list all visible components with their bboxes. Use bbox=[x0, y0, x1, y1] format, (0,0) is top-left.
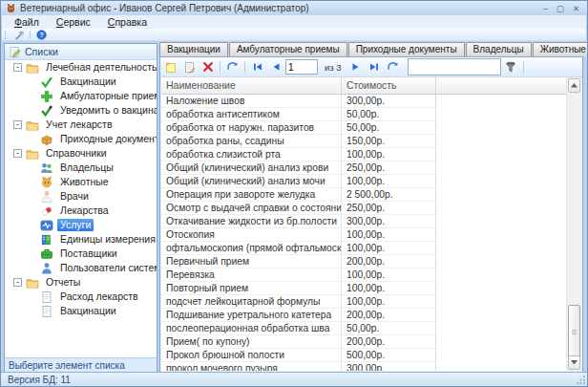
tree-item-label[interactable]: Животные bbox=[57, 176, 112, 188]
cell-name[interactable]: Наложение швов bbox=[161, 95, 342, 108]
tree-item-label[interactable]: Расход лекарств bbox=[57, 290, 141, 303]
tree-item-label[interactable]: Вакцинации bbox=[57, 75, 119, 88]
table-row[interactable]: прокол мочевого пузыря300,00р. bbox=[161, 362, 581, 371]
tree-item[interactable]: Владельцы bbox=[5, 161, 157, 175]
tree-item[interactable]: Уведомить о вакцинациях bbox=[5, 103, 157, 118]
cell-cost[interactable]: 2 500,00р. bbox=[342, 188, 436, 202]
column-header-cost[interactable]: Стоимость bbox=[342, 77, 436, 94]
cell-cost[interactable]: 500,00р. bbox=[342, 349, 436, 362]
tree-item-label[interactable]: Владельцы bbox=[57, 161, 116, 174]
cell-cost[interactable]: 300,00р. bbox=[342, 95, 436, 108]
table-row[interactable]: Откачивание жидкости из бр.полости300,00… bbox=[161, 215, 581, 228]
reload-button[interactable] bbox=[385, 59, 401, 75]
title-bar[interactable]: Ветеринарный офис - Иванов Сергей Петров… bbox=[1, 1, 587, 15]
cell-name[interactable]: обработка от наружн. паразитов bbox=[161, 121, 342, 135]
scroll-up-button[interactable] bbox=[568, 78, 580, 93]
first-record-button[interactable] bbox=[249, 59, 265, 75]
cell-name[interactable]: обработка слизистой рта bbox=[161, 148, 342, 161]
cell-cost[interactable]: 100,00р. bbox=[342, 228, 436, 242]
table-row[interactable]: подсчет лейкоцитарной формулы100,00р. bbox=[161, 295, 581, 309]
table-row[interactable]: Перевязка100,00р. bbox=[161, 269, 581, 282]
cell-name[interactable]: Операция при завороте желудка bbox=[161, 188, 342, 202]
filter-funnel-icon[interactable] bbox=[503, 59, 519, 75]
cell-name[interactable]: Перевязка bbox=[161, 269, 342, 282]
table-row[interactable]: Общий (клинический) анализ крови250,00р. bbox=[161, 161, 581, 175]
cell-cost[interactable]: 200,00р. bbox=[342, 255, 436, 269]
cell-name[interactable]: Прокол брюшной полости bbox=[161, 349, 342, 362]
cell-name[interactable]: Общий (клинический) анализ мочи bbox=[161, 175, 342, 188]
refresh-button[interactable] bbox=[224, 59, 241, 75]
search-input[interactable] bbox=[408, 58, 501, 75]
cell-cost[interactable]: 100,00р. bbox=[342, 148, 436, 161]
cell-name[interactable]: Откачивание жидкости из бр.полости bbox=[161, 215, 342, 228]
table-row[interactable]: обработка раны, ссадины150,00р. bbox=[161, 135, 581, 148]
cell-cost[interactable]: 250,00р. bbox=[342, 161, 436, 175]
cell-cost[interactable]: 50,00р. bbox=[342, 108, 436, 121]
table-row[interactable]: обработка антисептиком50,00р. bbox=[161, 108, 581, 121]
cell-cost[interactable]: 300,00р. bbox=[342, 215, 436, 228]
tree-item[interactable]: -Учет лекарств bbox=[5, 118, 157, 132]
tree-item[interactable]: -Лечебная деятельность bbox=[5, 60, 157, 75]
tree-item-label[interactable]: Поставщики bbox=[57, 247, 120, 260]
tree-item-label[interactable]: Приходные документы bbox=[57, 133, 157, 145]
cell-name[interactable]: послеоперационная обработка шва bbox=[161, 322, 342, 335]
last-record-button[interactable] bbox=[367, 59, 383, 75]
expand-toggle-icon[interactable]: - bbox=[13, 120, 22, 129]
cell-cost[interactable]: 200,00р. bbox=[342, 335, 436, 349]
expand-toggle-icon[interactable]: - bbox=[13, 278, 22, 287]
cell-cost[interactable]: 100,00р. bbox=[342, 269, 436, 282]
table-row[interactable]: Наложение швов300,00р. bbox=[161, 95, 581, 108]
table-row[interactable]: Прием( по купону)200,00р. bbox=[161, 335, 581, 349]
table-row[interactable]: послеоперационная обработка шва50,00р. bbox=[161, 322, 581, 335]
table-row[interactable]: Общий (клинический) анализ мочи100,00р. bbox=[161, 175, 581, 188]
cell-name[interactable]: Отоскопия bbox=[161, 228, 342, 242]
tree-item-label[interactable]: Врачи bbox=[57, 190, 92, 203]
tab-1[interactable]: Вакцинации bbox=[159, 42, 228, 56]
edit-record-button[interactable] bbox=[181, 59, 198, 75]
table-row[interactable]: Операция при завороте желудка2 500,00р. bbox=[161, 188, 581, 202]
cell-cost[interactable]: 250,00р. bbox=[342, 202, 436, 215]
cell-name[interactable]: Повторный прием bbox=[161, 282, 342, 295]
cell-name[interactable]: офтальмоскопия (прямой офтальмоскоп) bbox=[161, 242, 342, 255]
cell-cost[interactable]: 100,00р. bbox=[342, 242, 436, 255]
tree-item[interactable]: Услуги bbox=[5, 218, 157, 232]
table-row[interactable]: Повторный прием100,00р. bbox=[161, 282, 581, 295]
tree-item-label[interactable]: Амбулаторные приемы bbox=[57, 90, 157, 102]
column-header-name[interactable]: Наименование bbox=[161, 77, 342, 94]
tree-item[interactable]: Приходные документы bbox=[5, 132, 157, 146]
table-row[interactable]: Отоскопия100,00р. bbox=[161, 228, 581, 242]
cell-cost[interactable]: 50,00р. bbox=[342, 121, 436, 135]
cell-name[interactable]: прокол мочевого пузыря bbox=[161, 362, 342, 371]
next-record-button[interactable] bbox=[348, 59, 365, 75]
delete-record-button[interactable] bbox=[200, 59, 216, 75]
table-row[interactable]: офтальмоскопия (прямой офтальмоскоп)100,… bbox=[161, 242, 581, 255]
cell-cost[interactable]: 150,00р. bbox=[342, 135, 436, 148]
cell-name[interactable]: обработка раны, ссадины bbox=[161, 135, 342, 148]
prev-record-button[interactable] bbox=[267, 59, 284, 75]
tree-item[interactable]: Вакцинации bbox=[5, 304, 157, 318]
menu-item-3[interactable]: Справка bbox=[99, 15, 156, 29]
cell-name[interactable]: Общий (клинический) анализ крови bbox=[161, 161, 342, 175]
table-row[interactable]: обработка от наружн. паразитов50,00р. bbox=[161, 121, 581, 135]
add-record-button[interactable] bbox=[163, 59, 179, 75]
tree-item[interactable]: Лекарства bbox=[5, 204, 157, 218]
scrollbar-thumb[interactable] bbox=[568, 305, 580, 360]
tree-item-label[interactable]: Отчеты bbox=[43, 276, 83, 289]
tree-item-label[interactable]: Единицы измерения bbox=[57, 233, 157, 246]
expand-toggle-icon[interactable]: - bbox=[13, 149, 22, 158]
tree-item[interactable]: Единицы измерения bbox=[5, 232, 157, 247]
tree-item[interactable]: Поставщики bbox=[5, 247, 157, 261]
tab-2[interactable]: Амбулаторные приемы bbox=[229, 42, 347, 56]
table-row[interactable]: обработка слизистой рта100,00р. bbox=[161, 148, 581, 161]
tab-4[interactable]: Владельцы bbox=[466, 42, 532, 56]
cell-cost[interactable]: 300,00р. bbox=[342, 362, 436, 371]
cell-name[interactable]: Первичный прием bbox=[161, 255, 342, 269]
tree-item[interactable]: Амбулаторные приемы bbox=[5, 89, 157, 103]
tree-item-label[interactable]: Пользователи системы bbox=[57, 262, 157, 274]
tree-item-label[interactable]: Справочники bbox=[43, 147, 110, 160]
vertical-scrollbar[interactable] bbox=[566, 77, 581, 371]
tree-item[interactable]: Расход лекарств bbox=[5, 290, 157, 304]
table-row[interactable]: Прокол брюшной полости500,00р. bbox=[161, 349, 581, 362]
cell-name[interactable]: Подшивание уретрального катетера bbox=[161, 309, 342, 322]
minimize-button[interactable]: – bbox=[543, 4, 548, 13]
